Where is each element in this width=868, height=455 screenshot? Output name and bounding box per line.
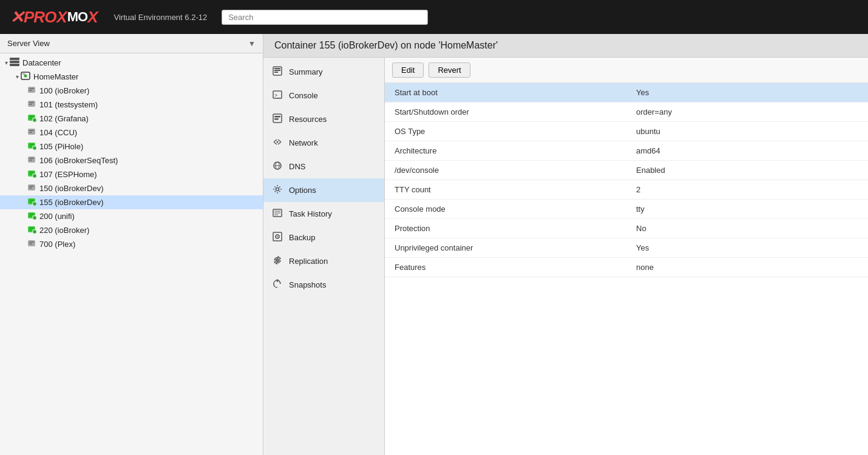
tree-item-ct104[interactable]: 104 (CCU) xyxy=(0,126,263,140)
revert-button[interactable]: Revert xyxy=(429,62,470,78)
snapshots-icon xyxy=(272,279,283,291)
svg-rect-56 xyxy=(274,118,279,120)
option-key: Features xyxy=(385,258,626,277)
tab-console[interactable]: >_Console xyxy=(263,84,384,107)
table-row[interactable]: Console modetty xyxy=(385,200,868,219)
svg-rect-17 xyxy=(29,130,34,131)
svg-point-27 xyxy=(33,174,37,178)
tab-network[interactable]: Network xyxy=(263,131,384,155)
ct-green-icon xyxy=(27,211,36,221)
svg-rect-55 xyxy=(274,116,280,118)
tree-item-datacenter[interactable]: ▾ Datacenter xyxy=(0,56,263,70)
logo-x3: X xyxy=(56,8,67,27)
ct-gray-icon xyxy=(27,183,36,194)
tree-label: 104 (CCU) xyxy=(39,128,77,137)
svg-rect-46 xyxy=(29,241,34,243)
topbar: ✕ PROX MO X Virtual Environment 6.2-12 xyxy=(0,0,868,34)
table-row[interactable]: Start/Shutdown orderorder=any xyxy=(385,103,868,122)
tab-label-replication: Replication xyxy=(289,257,328,266)
tree-item-ct105[interactable]: 105 (PiHole) xyxy=(0,140,263,153)
tab-task-history[interactable]: Task History xyxy=(263,202,384,226)
svg-rect-39 xyxy=(29,214,34,215)
tab-dns[interactable]: DNS xyxy=(263,155,384,178)
option-key: Console mode xyxy=(385,200,626,219)
svg-rect-51 xyxy=(274,72,278,73)
tab-options[interactable]: Options xyxy=(263,178,384,202)
node-icon xyxy=(21,72,30,82)
tab-backup[interactable]: Backup xyxy=(263,226,384,249)
content-area: Summary>_ConsoleResourcesNetworkDNSOptio… xyxy=(263,58,868,455)
search-input[interactable] xyxy=(222,10,428,25)
backup-icon xyxy=(272,232,283,243)
tree-label: 700 (Plex) xyxy=(39,240,75,249)
option-value: No xyxy=(626,219,868,238)
svg-text:>_: >_ xyxy=(274,92,281,98)
svg-rect-10 xyxy=(29,102,34,103)
svg-rect-47 xyxy=(29,243,32,244)
svg-rect-24 xyxy=(29,158,34,159)
ct-green-icon xyxy=(27,169,36,180)
table-row[interactable]: OS Typeubuntu xyxy=(385,122,868,141)
svg-rect-50 xyxy=(274,70,280,71)
expand-icon[interactable]: ▾ xyxy=(5,59,8,66)
tree-item-ct700[interactable]: 700 (Plex) xyxy=(0,237,263,251)
tab-replication[interactable]: Replication xyxy=(263,249,384,273)
option-key: OS Type xyxy=(385,122,626,141)
tab-snapshots[interactable]: Snapshots xyxy=(263,273,384,297)
tab-summary[interactable]: Summary xyxy=(263,60,384,84)
tree-item-homemaster[interactable]: ▾ HomeMaster xyxy=(0,70,263,84)
tree-item-ct220[interactable]: 220 (ioBroker) xyxy=(0,223,263,237)
logo-prox: PR xyxy=(24,8,44,27)
svg-rect-2 xyxy=(10,64,19,66)
tree-label: 101 (testsystem) xyxy=(39,100,98,109)
table-row[interactable]: ProtectionNo xyxy=(385,219,868,238)
tree-item-ct106[interactable]: 106 (ioBrokerSeqTest) xyxy=(0,153,263,167)
logo-o: O xyxy=(44,8,56,27)
tree-item-ct100[interactable]: 100 (ioBroker) xyxy=(0,84,263,98)
summary-icon xyxy=(272,66,283,78)
tree-item-ct107[interactable]: 107 (ESPHome) xyxy=(0,167,263,181)
svg-rect-7 xyxy=(29,88,34,89)
resources-icon xyxy=(272,113,283,125)
tab-resources[interactable]: Resources xyxy=(263,107,384,131)
console-icon: >_ xyxy=(272,90,283,101)
svg-rect-35 xyxy=(29,200,34,201)
tree-label: HomeMaster xyxy=(33,72,78,81)
version-label: Virtual Environment 6.2-12 xyxy=(114,13,208,22)
svg-rect-11 xyxy=(29,104,32,105)
svg-rect-14 xyxy=(29,116,34,117)
tree-item-ct200[interactable]: 200 (unifi) xyxy=(0,209,263,223)
table-row[interactable]: Featuresnone xyxy=(385,258,868,277)
svg-point-68 xyxy=(277,236,278,237)
table-row[interactable]: /dev/consoleEnabled xyxy=(385,161,868,180)
server-view-dropdown[interactable]: Server View ▼ xyxy=(0,34,263,53)
table-row[interactable]: TTY count2 xyxy=(385,180,868,200)
tree-label: 100 (ioBroker) xyxy=(39,86,89,95)
svg-point-4 xyxy=(24,75,27,78)
table-row[interactable]: Unprivileged containerYes xyxy=(385,238,868,258)
tree-item-ct155[interactable]: 155 (ioBrokerDev) xyxy=(0,195,263,209)
svg-point-34 xyxy=(33,202,37,206)
tree-label: 107 (ESPHome) xyxy=(39,170,97,179)
dns-icon xyxy=(272,161,283,172)
option-value: 2 xyxy=(626,180,868,200)
logo-x: ✕ xyxy=(10,7,24,27)
tree-item-ct101[interactable]: 101 (testsystem) xyxy=(0,98,263,112)
options-toolbar: Edit Revert xyxy=(385,58,868,83)
table-row[interactable]: Start at bootYes xyxy=(385,83,868,103)
replication-icon xyxy=(272,255,283,267)
edit-button[interactable]: Edit xyxy=(392,62,424,78)
option-value: amd64 xyxy=(626,141,868,161)
svg-rect-31 xyxy=(29,186,34,187)
tree-item-ct102[interactable]: 102 (Grafana) xyxy=(0,112,263,126)
svg-rect-28 xyxy=(29,172,34,173)
option-key: Start/Shutdown order xyxy=(385,103,626,122)
svg-point-42 xyxy=(33,230,37,234)
expand-icon[interactable]: ▾ xyxy=(16,73,19,80)
option-value: tty xyxy=(626,200,868,219)
network-icon xyxy=(272,137,283,149)
table-row[interactable]: Architectureamd64 xyxy=(385,141,868,161)
option-value: Yes xyxy=(626,238,868,258)
svg-rect-5 xyxy=(22,73,25,75)
tree-item-ct150[interactable]: 150 (ioBrokerDev) xyxy=(0,181,263,195)
